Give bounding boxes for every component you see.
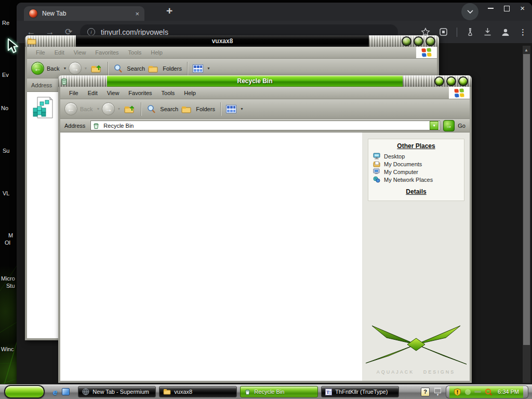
search-icon[interactable]: [147, 104, 156, 114]
taskbar-button-supermium[interactable]: New Tab - Supermium: [78, 386, 156, 397]
desktop-icon-label[interactable]: No: [1, 105, 8, 111]
titlebar[interactable]: vuxax8: [25, 35, 439, 47]
scrollbar-thumb[interactable]: [523, 54, 530, 345]
desktop-icon-label[interactable]: Ev: [2, 72, 9, 78]
start-button[interactable]: [4, 385, 45, 398]
desktop-icon-label[interactable]: Su: [3, 148, 9, 154]
folders-label[interactable]: Folders: [163, 65, 182, 72]
menu-tools[interactable]: Tools: [157, 90, 180, 96]
views-icon[interactable]: [226, 105, 236, 113]
taskbar-button-thfntkllr[interactable]: TT ThFntKllr (TrueType): [321, 386, 399, 397]
browser-menu-icon[interactable]: ⋮: [519, 28, 527, 37]
forward-button[interactable]: →: [69, 62, 82, 75]
profile-avatar-icon[interactable]: [501, 28, 510, 37]
desktop-icon-label[interactable]: M: [8, 232, 13, 238]
taskbar-button-vuxax8[interactable]: vuxax8: [159, 386, 237, 397]
folders-label[interactable]: Folders: [196, 106, 215, 112]
extension-icon[interactable]: [439, 28, 448, 36]
minimize-button[interactable]: [488, 8, 494, 9]
desktop-icon-label[interactable]: Stu: [6, 283, 15, 289]
tab-search-chevron-button[interactable]: [461, 3, 478, 20]
scrollbar-up-arrow-icon[interactable]: ▲: [524, 48, 528, 52]
minimize-orb-button[interactable]: [434, 76, 444, 86]
tray-search-icon[interactable]: [485, 388, 493, 396]
desktop-icon-label[interactable]: Ol: [5, 240, 10, 246]
menu-help[interactable]: Help: [179, 90, 201, 96]
back-label[interactable]: Back: [47, 65, 59, 72]
maximize-button[interactable]: [504, 6, 510, 11]
security-shield-icon[interactable]: [454, 388, 461, 396]
search-label[interactable]: Search: [160, 106, 178, 112]
help-icon[interactable]: ?: [421, 388, 430, 396]
maximize-orb-button[interactable]: [414, 36, 423, 46]
minimize-orb-button[interactable]: [402, 36, 411, 46]
details-expander[interactable]: Details: [368, 188, 464, 195]
taskbar-clock[interactable]: 6:34 PM: [496, 389, 521, 395]
tab-close-icon[interactable]: ×: [135, 10, 139, 18]
back-dropdown-caret[interactable]: ▼: [96, 107, 100, 111]
desktop-icon-label[interactable]: Winc: [1, 346, 14, 352]
menu-tools[interactable]: Tools: [124, 49, 147, 56]
desktop-icon-label[interactable]: Micro: [1, 275, 15, 282]
registry-file-icon[interactable]: [31, 96, 54, 119]
place-label[interactable]: My Computer: [384, 169, 418, 175]
views-dropdown-caret[interactable]: ▼: [207, 66, 210, 70]
place-item-my-network-places[interactable]: My Network Places: [368, 176, 464, 183]
menu-file[interactable]: File: [64, 90, 83, 96]
menu-favorites[interactable]: Favorites: [124, 90, 156, 96]
folder-content-area[interactable]: [60, 132, 362, 381]
place-label[interactable]: My Network Places: [384, 177, 433, 183]
menu-view[interactable]: View: [69, 49, 91, 56]
place-item-desktop[interactable]: Desktop: [368, 152, 464, 160]
place-item-my-documents[interactable]: My Documents: [368, 160, 464, 168]
views-dropdown-caret[interactable]: ▼: [240, 107, 244, 111]
download-icon[interactable]: [483, 28, 492, 36]
tray-status-icon[interactable]: [465, 389, 471, 395]
search-icon[interactable]: [113, 64, 123, 73]
forward-dropdown-caret[interactable]: ▼: [117, 107, 121, 111]
flask-icon[interactable]: [466, 28, 474, 37]
go-label[interactable]: Go: [458, 123, 468, 129]
menu-edit[interactable]: Edit: [83, 90, 102, 96]
browser-scrollbar[interactable]: ▲: [523, 46, 530, 383]
taskbar-button-recycle-bin[interactable]: Recycle Bin: [240, 386, 318, 397]
titlebar[interactable]: Recycle Bin: [58, 75, 472, 87]
menu-file[interactable]: File: [31, 49, 50, 56]
address-dropdown-button[interactable]: ▼: [430, 121, 438, 130]
back-dropdown-caret[interactable]: ▼: [63, 66, 66, 70]
up-folder-icon[interactable]: [124, 104, 136, 114]
views-icon[interactable]: [193, 64, 203, 73]
browser-tab-new-tab[interactable]: New Tab ×: [24, 6, 144, 21]
forward-dropdown-caret[interactable]: ▼: [84, 66, 87, 70]
close-button[interactable]: ×: [520, 6, 525, 11]
address-value-input[interactable]: [102, 122, 427, 129]
menu-view[interactable]: View: [102, 90, 124, 96]
show-desktop-icon[interactable]: [62, 388, 70, 395]
forward-button-disabled[interactable]: →: [102, 102, 115, 115]
go-button[interactable]: →: [443, 120, 455, 131]
new-tab-button[interactable]: +: [166, 5, 172, 17]
menu-edit[interactable]: Edit: [50, 49, 69, 56]
back-button[interactable]: ←: [31, 62, 44, 75]
folders-icon[interactable]: [181, 105, 192, 113]
close-orb-button[interactable]: [425, 36, 435, 46]
maximize-orb-button[interactable]: [446, 76, 456, 86]
search-label[interactable]: Search: [127, 65, 145, 72]
place-label[interactable]: My Documents: [384, 161, 422, 167]
place-item-my-computer[interactable]: My Computer: [368, 168, 464, 176]
place-label[interactable]: Desktop: [384, 153, 405, 159]
up-folder-icon[interactable]: [91, 64, 102, 73]
folders-icon[interactable]: [148, 64, 158, 73]
menu-help[interactable]: Help: [146, 49, 167, 56]
tray-status-icon[interactable]: [474, 391, 481, 393]
desktop-icon-label[interactable]: Re: [2, 20, 9, 26]
site-info-icon[interactable]: i: [87, 28, 95, 36]
window-group-icon[interactable]: ▾: [434, 388, 441, 396]
other-places-title[interactable]: Other Places: [368, 142, 464, 150]
address-input[interactable]: ▼: [90, 121, 440, 130]
back-button-disabled[interactable]: ←: [64, 102, 77, 115]
close-orb-button[interactable]: [458, 76, 468, 86]
back-label[interactable]: Back: [80, 106, 92, 112]
internet-explorer-icon[interactable]: e: [53, 388, 57, 396]
desktop-icon-label[interactable]: VL: [3, 190, 9, 196]
